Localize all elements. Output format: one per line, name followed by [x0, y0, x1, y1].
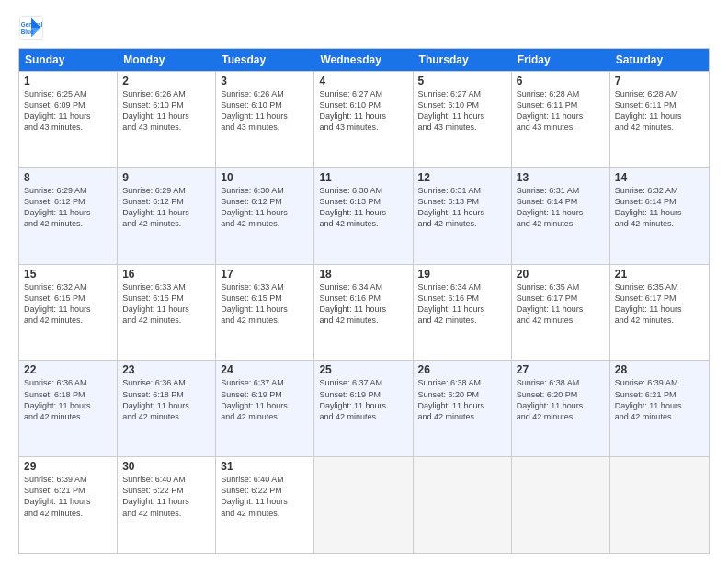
day-number: 4: [319, 75, 407, 87]
calendar-header-cell: Saturday: [610, 49, 709, 71]
calendar-cell: 16Sunrise: 6:33 AM Sunset: 6:15 PM Dayli…: [118, 265, 216, 361]
day-number: 24: [221, 363, 309, 376]
calendar-row: 8Sunrise: 6:29 AM Sunset: 6:12 PM Daylig…: [19, 167, 709, 264]
calendar: SundayMondayTuesdayWednesdayThursdayFrid…: [18, 48, 710, 554]
day-number: 20: [517, 268, 605, 281]
calendar-cell: 24Sunrise: 6:37 AM Sunset: 6:19 PM Dayli…: [216, 361, 314, 456]
calendar-row: 29Sunrise: 6:39 AM Sunset: 6:21 PM Dayli…: [19, 456, 709, 553]
calendar-cell: [610, 457, 709, 553]
day-number: 18: [319, 268, 407, 281]
day-number: 28: [615, 363, 704, 376]
header: General Blue: [18, 15, 710, 40]
day-info: Sunrise: 6:35 AM Sunset: 6:17 PM Dayligh…: [517, 282, 605, 327]
calendar-header-cell: Thursday: [414, 49, 512, 71]
day-info: Sunrise: 6:31 AM Sunset: 6:14 PM Dayligh…: [517, 185, 605, 230]
calendar-cell: 2Sunrise: 6:26 AM Sunset: 6:10 PM Daylig…: [118, 72, 216, 167]
day-info: Sunrise: 6:35 AM Sunset: 6:17 PM Dayligh…: [615, 282, 704, 327]
svg-text:Blue: Blue: [21, 29, 34, 35]
calendar-row: 22Sunrise: 6:36 AM Sunset: 6:18 PM Dayli…: [19, 360, 709, 456]
svg-text:General: General: [21, 21, 43, 28]
day-number: 17: [221, 268, 309, 281]
calendar-header-row: SundayMondayTuesdayWednesdayThursdayFrid…: [19, 49, 709, 71]
calendar-cell: 3Sunrise: 6:26 AM Sunset: 6:10 PM Daylig…: [216, 72, 314, 167]
day-number: 7: [615, 75, 704, 87]
calendar-cell: 28Sunrise: 6:39 AM Sunset: 6:21 PM Dayli…: [610, 361, 709, 456]
calendar-header-cell: Monday: [118, 49, 216, 71]
day-info: Sunrise: 6:39 AM Sunset: 6:21 PM Dayligh…: [24, 474, 112, 519]
day-number: 19: [418, 268, 506, 281]
day-number: 31: [221, 460, 309, 473]
day-info: Sunrise: 6:37 AM Sunset: 6:19 PM Dayligh…: [319, 377, 407, 422]
calendar-cell: 11Sunrise: 6:30 AM Sunset: 6:13 PM Dayli…: [314, 168, 413, 264]
day-number: 13: [517, 171, 605, 184]
calendar-cell: 5Sunrise: 6:27 AM Sunset: 6:10 PM Daylig…: [414, 72, 512, 167]
calendar-cell: 26Sunrise: 6:38 AM Sunset: 6:20 PM Dayli…: [414, 361, 512, 456]
day-number: 16: [122, 268, 210, 281]
calendar-cell: 25Sunrise: 6:37 AM Sunset: 6:19 PM Dayli…: [314, 361, 413, 456]
calendar-header-cell: Tuesday: [216, 49, 314, 71]
day-number: 8: [24, 171, 112, 184]
calendar-header-cell: Sunday: [19, 49, 118, 71]
day-number: 22: [24, 363, 112, 376]
calendar-cell: 22Sunrise: 6:36 AM Sunset: 6:18 PM Dayli…: [19, 361, 118, 456]
logo-icon: General Blue: [18, 15, 44, 40]
calendar-cell: 10Sunrise: 6:30 AM Sunset: 6:12 PM Dayli…: [216, 168, 314, 264]
day-number: 9: [122, 171, 210, 184]
day-number: 11: [319, 171, 407, 184]
day-info: Sunrise: 6:34 AM Sunset: 6:16 PM Dayligh…: [418, 282, 506, 327]
calendar-row: 1Sunrise: 6:25 AM Sunset: 6:09 PM Daylig…: [19, 71, 709, 167]
day-number: 27: [517, 363, 605, 376]
calendar-cell: 15Sunrise: 6:32 AM Sunset: 6:15 PM Dayli…: [19, 265, 118, 361]
day-number: 10: [221, 171, 309, 184]
calendar-cell: 20Sunrise: 6:35 AM Sunset: 6:17 PM Dayli…: [512, 265, 610, 361]
day-number: 12: [418, 171, 506, 184]
calendar-cell: 18Sunrise: 6:34 AM Sunset: 6:16 PM Dayli…: [314, 265, 413, 361]
calendar-cell: [314, 457, 413, 553]
day-info: Sunrise: 6:36 AM Sunset: 6:18 PM Dayligh…: [122, 377, 210, 422]
day-number: 30: [122, 460, 210, 473]
day-number: 26: [418, 363, 506, 376]
day-info: Sunrise: 6:26 AM Sunset: 6:10 PM Dayligh…: [122, 88, 210, 133]
calendar-cell: 31Sunrise: 6:40 AM Sunset: 6:22 PM Dayli…: [216, 457, 314, 553]
calendar-cell: 4Sunrise: 6:27 AM Sunset: 6:10 PM Daylig…: [314, 72, 413, 167]
day-info: Sunrise: 6:25 AM Sunset: 6:09 PM Dayligh…: [24, 88, 112, 133]
day-info: Sunrise: 6:36 AM Sunset: 6:18 PM Dayligh…: [24, 377, 112, 422]
calendar-header-cell: Wednesday: [314, 49, 413, 71]
calendar-cell: 12Sunrise: 6:31 AM Sunset: 6:13 PM Dayli…: [414, 168, 512, 264]
day-number: 14: [615, 171, 704, 184]
calendar-cell: 23Sunrise: 6:36 AM Sunset: 6:18 PM Dayli…: [118, 361, 216, 456]
day-info: Sunrise: 6:31 AM Sunset: 6:13 PM Dayligh…: [418, 185, 506, 230]
day-info: Sunrise: 6:27 AM Sunset: 6:10 PM Dayligh…: [319, 88, 407, 133]
day-number: 15: [24, 268, 112, 281]
day-number: 21: [615, 268, 704, 281]
calendar-body: 1Sunrise: 6:25 AM Sunset: 6:09 PM Daylig…: [19, 71, 709, 553]
page: General Blue SundayMondayTuesdayWednesda…: [0, 0, 728, 563]
calendar-cell: 6Sunrise: 6:28 AM Sunset: 6:11 PM Daylig…: [512, 72, 610, 167]
day-number: 25: [319, 363, 407, 376]
logo: General Blue: [18, 15, 46, 40]
calendar-cell: [414, 457, 512, 553]
calendar-cell: 1Sunrise: 6:25 AM Sunset: 6:09 PM Daylig…: [19, 72, 118, 167]
calendar-header-cell: Friday: [512, 49, 610, 71]
day-info: Sunrise: 6:40 AM Sunset: 6:22 PM Dayligh…: [122, 474, 210, 519]
calendar-cell: 30Sunrise: 6:40 AM Sunset: 6:22 PM Dayli…: [118, 457, 216, 553]
day-info: Sunrise: 6:26 AM Sunset: 6:10 PM Dayligh…: [221, 88, 309, 133]
day-info: Sunrise: 6:37 AM Sunset: 6:19 PM Dayligh…: [221, 377, 309, 422]
calendar-cell: 14Sunrise: 6:32 AM Sunset: 6:14 PM Dayli…: [610, 168, 709, 264]
day-info: Sunrise: 6:27 AM Sunset: 6:10 PM Dayligh…: [418, 88, 506, 133]
day-info: Sunrise: 6:38 AM Sunset: 6:20 PM Dayligh…: [418, 377, 506, 422]
calendar-cell: 29Sunrise: 6:39 AM Sunset: 6:21 PM Dayli…: [19, 457, 118, 553]
day-info: Sunrise: 6:29 AM Sunset: 6:12 PM Dayligh…: [24, 185, 112, 230]
day-info: Sunrise: 6:34 AM Sunset: 6:16 PM Dayligh…: [319, 282, 407, 327]
day-info: Sunrise: 6:40 AM Sunset: 6:22 PM Dayligh…: [221, 474, 309, 519]
calendar-cell: [512, 457, 610, 553]
day-number: 1: [24, 75, 112, 87]
calendar-cell: 8Sunrise: 6:29 AM Sunset: 6:12 PM Daylig…: [19, 168, 118, 264]
calendar-cell: 7Sunrise: 6:28 AM Sunset: 6:11 PM Daylig…: [610, 72, 709, 167]
day-number: 2: [122, 75, 210, 87]
calendar-cell: 27Sunrise: 6:38 AM Sunset: 6:20 PM Dayli…: [512, 361, 610, 456]
day-info: Sunrise: 6:30 AM Sunset: 6:12 PM Dayligh…: [221, 185, 309, 230]
day-info: Sunrise: 6:29 AM Sunset: 6:12 PM Dayligh…: [122, 185, 210, 230]
day-info: Sunrise: 6:38 AM Sunset: 6:20 PM Dayligh…: [517, 377, 605, 422]
calendar-cell: 9Sunrise: 6:29 AM Sunset: 6:12 PM Daylig…: [118, 168, 216, 264]
